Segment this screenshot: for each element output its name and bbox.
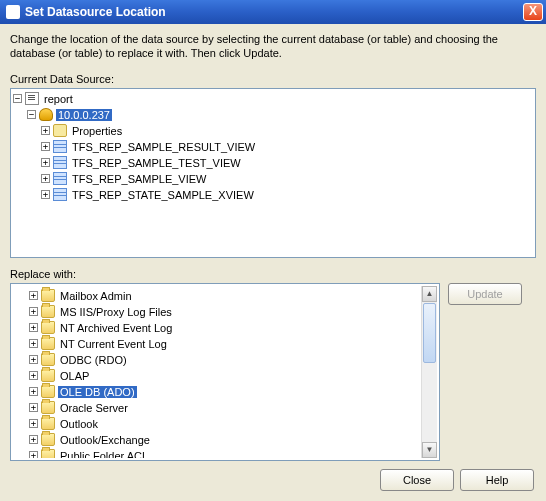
node-label: Outlook bbox=[58, 418, 100, 430]
folder-icon bbox=[41, 337, 55, 350]
expander-icon[interactable]: + bbox=[29, 419, 38, 428]
expander-icon[interactable]: + bbox=[29, 323, 38, 332]
folder-icon bbox=[41, 433, 55, 446]
replace-with-label: Replace with: bbox=[10, 268, 536, 280]
expander-icon[interactable]: + bbox=[41, 174, 50, 183]
node-label: Public Folder ACL bbox=[58, 450, 150, 458]
expander-icon[interactable]: + bbox=[29, 339, 38, 348]
tree-node-folder[interactable]: +Outlook/Exchange bbox=[15, 432, 419, 448]
current-datasource-label: Current Data Source: bbox=[10, 73, 536, 85]
node-label: report bbox=[42, 93, 75, 105]
node-label: Outlook/Exchange bbox=[58, 434, 152, 446]
node-label: TFS_REP_SAMPLE_VIEW bbox=[70, 173, 209, 185]
instructions-text: Change the location of the data source b… bbox=[10, 32, 536, 61]
expander-icon[interactable]: + bbox=[29, 307, 38, 316]
node-label: TFS_REP_SAMPLE_RESULT_VIEW bbox=[70, 141, 257, 153]
folder-icon bbox=[41, 353, 55, 366]
folder-icon bbox=[41, 417, 55, 430]
current-datasource-tree[interactable]: − report − 10.0.0.237 + Properties +TFS_… bbox=[10, 88, 536, 258]
folder-icon bbox=[41, 321, 55, 334]
tree-node-folder[interactable]: +MS IIS/Proxy Log Files bbox=[15, 304, 419, 320]
tree-node-folder[interactable]: +NT Archived Event Log bbox=[15, 320, 419, 336]
node-label: Properties bbox=[70, 125, 124, 137]
tree-node-folder[interactable]: +Oracle Server bbox=[15, 400, 419, 416]
expander-icon[interactable]: + bbox=[41, 190, 50, 199]
tree-node-view[interactable]: +TFS_REP_SAMPLE_TEST_VIEW bbox=[13, 155, 533, 171]
folder-icon bbox=[41, 289, 55, 302]
expander-icon[interactable]: + bbox=[41, 158, 50, 167]
tree-node-server[interactable]: − 10.0.0.237 bbox=[13, 107, 533, 123]
tree-node-folder[interactable]: +NT Current Event Log bbox=[15, 336, 419, 352]
expander-icon[interactable]: + bbox=[29, 435, 38, 444]
folder-icon bbox=[41, 369, 55, 382]
node-label: Mailbox Admin bbox=[58, 290, 134, 302]
tree-node-view[interactable]: +TFS_REP_STATE_SAMPLE_XVIEW bbox=[13, 187, 533, 203]
scroll-thumb[interactable] bbox=[423, 303, 436, 363]
folder-icon bbox=[41, 305, 55, 318]
replace-with-tree[interactable]: +Mailbox Admin+MS IIS/Proxy Log Files+NT… bbox=[10, 283, 440, 461]
tree-node-properties[interactable]: + Properties bbox=[13, 123, 533, 139]
expander-icon[interactable]: + bbox=[41, 126, 50, 135]
table-icon bbox=[53, 188, 67, 201]
properties-icon bbox=[53, 124, 67, 137]
node-label: NT Current Event Log bbox=[58, 338, 169, 350]
table-icon bbox=[53, 140, 67, 153]
expander-icon[interactable]: + bbox=[29, 403, 38, 412]
tree-node-view[interactable]: +TFS_REP_SAMPLE_VIEW bbox=[13, 171, 533, 187]
dialog-button-bar: Close Help bbox=[10, 469, 536, 491]
folder-icon bbox=[41, 401, 55, 414]
tree-node-folder[interactable]: +ODBC (RDO) bbox=[15, 352, 419, 368]
expander-icon[interactable]: + bbox=[29, 291, 38, 300]
node-label: NT Archived Event Log bbox=[58, 322, 174, 334]
tree-node-view[interactable]: +TFS_REP_SAMPLE_RESULT_VIEW bbox=[13, 139, 533, 155]
expander-icon[interactable]: − bbox=[27, 110, 36, 119]
tree-node-folder[interactable]: +OLE DB (ADO) bbox=[15, 384, 419, 400]
node-label: 10.0.0.237 bbox=[56, 109, 112, 121]
folder-icon bbox=[41, 385, 55, 398]
node-label: TFS_REP_STATE_SAMPLE_XVIEW bbox=[70, 189, 256, 201]
table-icon bbox=[53, 156, 67, 169]
tree-node-folder[interactable]: +OLAP bbox=[15, 368, 419, 384]
close-button[interactable]: Close bbox=[380, 469, 454, 491]
tree-node-folder[interactable]: +Public Folder ACL bbox=[15, 448, 419, 458]
update-button[interactable]: Update bbox=[448, 283, 522, 305]
expander-icon[interactable]: + bbox=[29, 387, 38, 396]
expander-icon[interactable]: + bbox=[29, 355, 38, 364]
tree-node-folder[interactable]: +Mailbox Admin bbox=[15, 288, 419, 304]
report-icon bbox=[25, 92, 39, 105]
expander-icon[interactable]: − bbox=[13, 94, 22, 103]
scroll-up-icon[interactable]: ▲ bbox=[422, 286, 437, 302]
titlebar: Set Datasource Location X bbox=[0, 0, 546, 24]
node-label: OLAP bbox=[58, 370, 91, 382]
table-icon bbox=[53, 172, 67, 185]
node-label: OLE DB (ADO) bbox=[58, 386, 137, 398]
expander-icon[interactable]: + bbox=[29, 371, 38, 380]
dialog-body: Change the location of the data source b… bbox=[0, 24, 546, 499]
node-label: MS IIS/Proxy Log Files bbox=[58, 306, 174, 318]
database-icon bbox=[39, 108, 53, 121]
node-label: ODBC (RDO) bbox=[58, 354, 129, 366]
tree-node-report[interactable]: − report bbox=[13, 91, 533, 107]
app-icon bbox=[6, 5, 20, 19]
tree-node-folder[interactable]: +Outlook bbox=[15, 416, 419, 432]
scroll-down-icon[interactable]: ▼ bbox=[422, 442, 437, 458]
expander-icon[interactable]: + bbox=[29, 451, 38, 458]
scrollbar[interactable]: ▲ ▼ bbox=[421, 286, 437, 458]
node-label: TFS_REP_SAMPLE_TEST_VIEW bbox=[70, 157, 243, 169]
window-close-button[interactable]: X bbox=[523, 3, 543, 21]
window-title: Set Datasource Location bbox=[25, 5, 523, 19]
folder-icon bbox=[41, 449, 55, 458]
node-label: Oracle Server bbox=[58, 402, 130, 414]
help-button[interactable]: Help bbox=[460, 469, 534, 491]
expander-icon[interactable]: + bbox=[41, 142, 50, 151]
